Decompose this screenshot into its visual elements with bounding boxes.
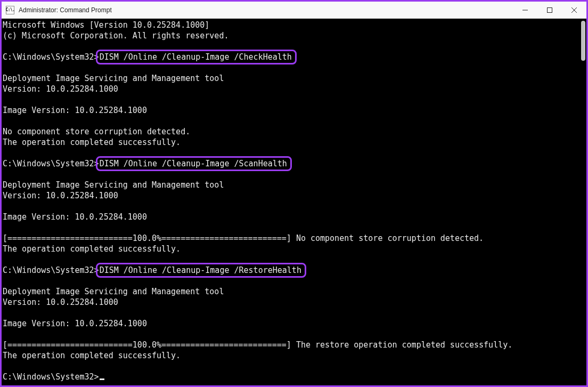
terminal-line (3, 94, 578, 105)
minimize-icon (522, 7, 528, 13)
terminal-line (3, 116, 578, 126)
cmd-window: C:\. Administrator: Command Prompt Micro… (0, 0, 588, 387)
close-button[interactable] (562, 2, 586, 18)
prompt-text: C:\Windows\System32> (3, 265, 99, 275)
titlebar[interactable]: C:\. Administrator: Command Prompt (2, 2, 586, 19)
close-icon (571, 7, 577, 13)
command-text: DISM /Online /Cleanup-Image /CheckHealth (96, 50, 297, 64)
maximize-icon (547, 7, 552, 13)
terminal-line: Deployment Image Servicing and Managemen… (3, 286, 578, 297)
terminal-line (3, 201, 578, 212)
terminal-line: Deployment Image Servicing and Managemen… (3, 180, 578, 190)
prompt-text: C:\Windows\System32> (3, 159, 99, 168)
terminal-line (3, 361, 578, 372)
terminal-line: Image Version: 10.0.25284.1000 (3, 318, 578, 329)
terminal-line (3, 329, 578, 340)
terminal-line: C:\Windows\System32>DISM /Online /Cleanu… (3, 265, 578, 276)
terminal-line: Image Version: 10.0.25284.1000 (3, 212, 578, 222)
command-text: DISM /Online /Cleanup-Image /ScanHealth (96, 156, 292, 171)
terminal-line: Version: 10.0.25284.1000 (3, 297, 578, 308)
terminal-line: [==========================100.0%=======… (3, 233, 578, 244)
app-icon: C:\. (6, 6, 14, 14)
prompt-text: C:\Windows\System32> (3, 372, 99, 382)
terminal-line: The operation completed successfully. (3, 137, 578, 148)
window-controls (513, 2, 586, 18)
terminal-line: (c) Microsoft Corporation. All rights re… (3, 30, 578, 41)
terminal-line: The operation completed successfully. (3, 350, 578, 361)
maximize-button[interactable] (537, 2, 562, 18)
scrollbar-thumb[interactable] (581, 21, 585, 61)
terminal-area[interactable]: Microsoft Windows [Version 10.0.25284.10… (2, 19, 586, 385)
command-text: DISM /Online /Cleanup-Image /RestoreHeal… (96, 263, 306, 278)
window-title: Administrator: Command Prompt (19, 6, 112, 14)
terminal-line: C:\Windows\System32>DISM /Online /Cleanu… (3, 158, 578, 169)
terminal-line: No component store corruption detected. (3, 126, 578, 137)
terminal-line: [==========================100.0%=======… (3, 340, 578, 350)
terminal-line: The operation completed successfully. (3, 244, 578, 254)
terminal-output[interactable]: Microsoft Windows [Version 10.0.25284.10… (2, 19, 579, 385)
prompt-text: C:\Windows\System32> (3, 52, 99, 62)
terminal-line: Image Version: 10.0.25284.1000 (3, 105, 578, 116)
svg-rect-1 (548, 7, 552, 12)
terminal-line (3, 308, 578, 318)
minimize-button[interactable] (513, 2, 537, 18)
terminal-line: C:\Windows\System32>DISM /Online /Cleanu… (3, 52, 578, 62)
cursor (100, 378, 104, 380)
terminal-line (3, 222, 578, 233)
terminal-line: C:\Windows\System32> (3, 372, 578, 382)
terminal-line: Microsoft Windows [Version 10.0.25284.10… (3, 20, 578, 30)
terminal-line: Version: 10.0.25284.1000 (3, 190, 578, 201)
terminal-line: Deployment Image Servicing and Managemen… (3, 73, 578, 84)
terminal-line: Version: 10.0.25284.1000 (3, 84, 578, 94)
terminal-line (3, 169, 578, 180)
